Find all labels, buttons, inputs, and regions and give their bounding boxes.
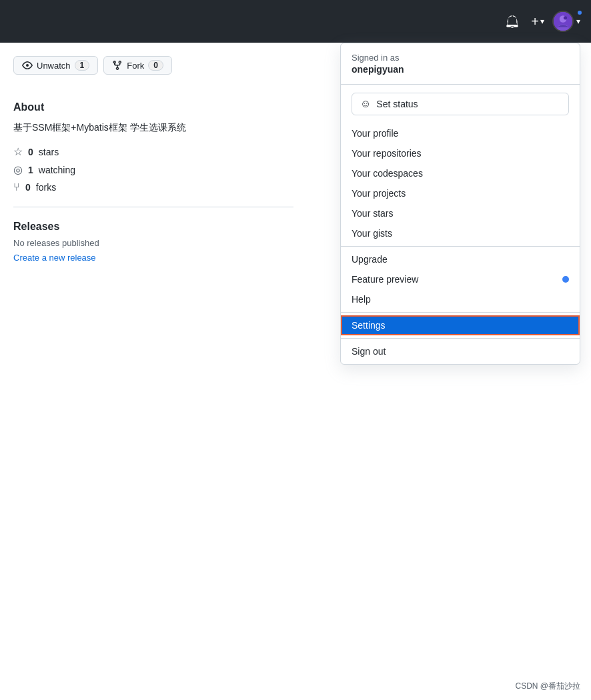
your-repositories-item[interactable]: Your repositories [341, 143, 580, 163]
smiley-icon: ☺ [360, 98, 371, 110]
watermark: CSDN @番茄沙拉 [515, 681, 580, 692]
forks-stat: ⑂ 0 forks [13, 181, 293, 193]
create-release-link[interactable]: Create a new release [13, 253, 96, 263]
unwatch-label: Unwatch [37, 61, 71, 71]
main-content: Unwatch 1 Fork 0 About 基于SSM框架+Mybatis框架… [0, 43, 307, 700]
forks-count: 0 [25, 182, 31, 193]
dropdown-section-misc: Upgrade Feature preview Help [341, 247, 580, 313]
fork-label: Fork [127, 61, 144, 71]
dropdown-section-profile: Your profile Your repositories Your code… [341, 121, 580, 247]
signed-in-as-text: Signed in as [352, 53, 569, 63]
user-dropdown-menu: Signed in as onepigyuan ☺ Set status You… [340, 43, 580, 365]
settings-label: Settings [352, 320, 386, 331]
dropdown-section-settings: Settings [341, 313, 580, 338]
watch-count: 1 [75, 60, 90, 71]
fork-count: 0 [148, 60, 163, 71]
divider [13, 207, 293, 207]
create-new-button[interactable]: + ▾ [531, 14, 544, 29]
your-stars-item[interactable]: Your stars [341, 203, 580, 223]
releases-section: Releases No releases published Create a … [13, 221, 293, 263]
user-menu-button[interactable]: ▾ [552, 11, 580, 32]
your-codespaces-item[interactable]: Your codespaces [341, 163, 580, 183]
about-section: About 基于SSM框架+Mybatis框架 学生选课系统 ☆ 0 stars… [13, 101, 293, 193]
fork-button[interactable]: Fork 0 [103, 56, 172, 75]
eye-icon: ◎ [13, 163, 23, 176]
action-bar: Unwatch 1 Fork 0 [13, 56, 293, 75]
forks-label: forks [36, 182, 56, 193]
watermark-text: CSDN @番茄沙拉 [515, 681, 580, 691]
settings-item[interactable]: Settings [341, 315, 580, 335]
notification-bell-icon[interactable] [502, 11, 523, 32]
top-nav: + ▾ ▾ [0, 0, 591, 43]
no-releases-text: No releases published [13, 238, 293, 248]
feature-preview-item[interactable]: Feature preview [341, 269, 580, 289]
watching-stat: ◎ 1 watching [13, 163, 293, 176]
watching-label: watching [39, 165, 75, 175]
releases-title: Releases [13, 221, 293, 233]
star-icon: ☆ [13, 145, 23, 158]
feature-preview-dot [562, 276, 569, 283]
your-projects-item[interactable]: Your projects [341, 183, 580, 203]
fork-stat-icon: ⑂ [13, 181, 20, 193]
stars-label: stars [39, 147, 59, 157]
avatar [552, 11, 574, 32]
help-item[interactable]: Help [341, 289, 580, 309]
avatar-chevron-icon: ▾ [576, 17, 580, 26]
svg-point-3 [564, 16, 567, 19]
dropdown-header: Signed in as onepigyuan [341, 43, 580, 85]
upgrade-item[interactable]: Upgrade [341, 249, 580, 269]
your-gists-item[interactable]: Your gists [341, 223, 580, 243]
set-status-label: Set status [376, 99, 418, 109]
sign-out-item[interactable]: Sign out [341, 341, 580, 361]
set-status-button[interactable]: ☺ Set status [352, 93, 569, 115]
stars-stat: ☆ 0 stars [13, 145, 293, 158]
about-description: 基于SSM框架+Mybatis框架 学生选课系统 [13, 120, 293, 135]
about-title: About [13, 101, 293, 113]
stars-count: 0 [28, 147, 33, 157]
dropdown-section-signout: Sign out [341, 338, 580, 364]
sign-out-label: Sign out [352, 346, 386, 357]
unwatch-button[interactable]: Unwatch 1 [13, 56, 98, 75]
notification-dot [576, 9, 583, 16]
your-profile-item[interactable]: Your profile [341, 123, 580, 143]
dropdown-username: onepigyuan [352, 64, 569, 75]
watching-count: 1 [28, 165, 33, 175]
